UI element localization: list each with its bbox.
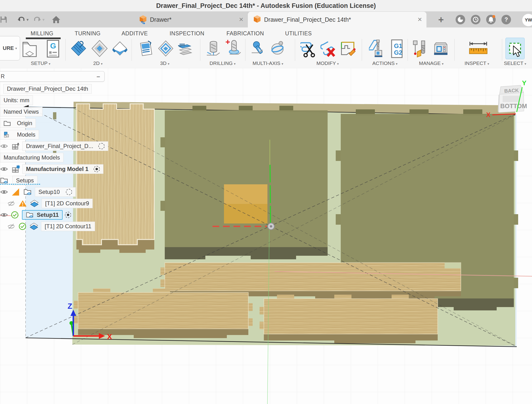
notifications-bell-icon[interactable] [486,15,496,24]
3d-viewport-canvas[interactable]: Z X BACK BOTTOM X Y [0,68,532,404]
svg-text:G: G [50,42,56,50]
tree-item-setup11[interactable]: Setup11 [0,210,71,220]
trim-toolpath-icon[interactable] [300,38,317,59]
svg-text:+: + [225,38,230,46]
window-title: Drawer_Final_Project_Dec 14th* - Autodes… [156,2,376,10]
extensions-icon[interactable] [456,15,465,24]
home-icon[interactable] [51,14,62,25]
group-divider [362,39,362,61]
tab-milling[interactable]: MILLING [31,30,53,37]
title-bar: Drawer_Final_Project_Dec 14th* - Autodes… [0,0,532,12]
tree-item-models[interactable]: Models [0,130,39,139]
multiaxis-swarf-icon[interactable] [269,38,285,59]
warning-icon [19,200,27,207]
2d-pocket-icon[interactable] [91,38,108,59]
setups-folder-icon [0,177,9,184]
component-anchor-icon [12,142,20,150]
collapse-browser-icon[interactable]: – [97,73,100,80]
tree-item-named-views[interactable]: Named Views [0,107,43,117]
tab-additive[interactable]: ADDITIVE [121,30,148,37]
in-process-triangle-icon [12,188,19,196]
radio-unselected[interactable] [98,143,105,149]
selected-tree-item[interactable]: Setup11 [22,210,63,220]
eye-hidden-icon[interactable] [7,200,15,207]
tree-item-document[interactable]: Drawer_Final_Project_Dec 14th [3,84,92,94]
setup-icon [26,211,34,219]
eye-visible-icon[interactable] [0,143,8,149]
2d-adaptive-icon[interactable] [70,38,87,59]
tool-library-icon[interactable] [412,38,428,59]
workspace-selector[interactable]: URE ▾ [0,36,20,60]
save-icon[interactable] [0,14,9,25]
group-label-select[interactable]: SELECT▾ [504,60,526,66]
3d-pocket-clearing-icon[interactable] [158,38,174,59]
tab-drawer[interactable]: Drawer* ✕ [134,12,248,27]
tab-drawer-final-project[interactable]: Drawer_Final_Project_Dec 14th* ✕ [248,12,426,27]
plank-wood-bottom-right[interactable] [260,295,438,343]
close-tab-icon[interactable]: ✕ [234,16,248,23]
redo-icon[interactable] [32,14,43,25]
tree-item-manufacturing-model-1[interactable]: Manufacturing Model 1 [0,164,103,174]
z-axis-label: Z [68,302,72,310]
help-icon[interactable]: ? [501,15,511,24]
measure-icon[interactable] [468,38,489,59]
mouse-cursor [513,45,523,58]
tree-item-2d-contour9[interactable]: [T1] 2D Contour9 [7,199,93,208]
selected-face-orange[interactable] [224,184,267,223]
new-tab-button[interactable]: + [436,14,447,25]
eye-hidden-icon[interactable] [7,223,15,230]
undo-dropdown-icon[interactable]: ▼ [26,18,29,22]
eye-visible-icon[interactable] [0,189,8,195]
3d-flat-icon[interactable] [177,38,193,59]
drill-icon[interactable] [205,38,222,59]
viewcube-bottom-face[interactable]: BOTTOM [500,102,527,110]
gcode-g1g2-icon[interactable]: G1G2 [389,38,405,59]
tree-item-manufacturing-models[interactable]: Manufacturing Models [0,153,63,162]
group-label-multiaxis[interactable]: MULTI-AXIS▾ [253,60,283,66]
tab-fabrication[interactable]: FABRICATION [226,30,264,37]
viewcube-back-face[interactable]: BACK [504,87,519,94]
2d-face-icon[interactable] [112,38,128,59]
group-label-drilling[interactable]: DRILLING▾ [210,60,236,66]
group-label-modify[interactable]: MODIFY▾ [316,60,339,66]
tree-item-origin[interactable]: Origin [0,118,36,128]
machine-library-icon[interactable] [433,38,449,59]
tab-inspection[interactable]: INSPECTION [170,30,204,37]
tree-item-setup10[interactable]: Setup10 [0,187,76,197]
generate-gcode-document-icon[interactable]: G [45,38,61,59]
multiaxis-flow-icon[interactable] [250,38,266,59]
job-status-clock-icon[interactable] [471,15,481,24]
tree-item-units[interactable]: Units: mm [0,95,33,105]
group-label-inspect[interactable]: INSPECT▾ [464,60,489,66]
group-label-manage[interactable]: MANAGE▾ [419,60,443,66]
eye-visible-icon[interactable] [0,166,8,172]
panel-olive-center[interactable] [160,106,328,259]
delete-toolpath-icon[interactable] [320,38,337,59]
group-label-2d[interactable]: 2D▾ [93,60,103,66]
post-process-icon[interactable] [369,38,385,59]
drill-cycle-plus-icon[interactable]: + [225,38,241,59]
group-divider [295,39,295,61]
new-setup-icon[interactable] [21,38,38,59]
radio-selected[interactable] [94,166,100,172]
eye-visible-icon[interactable] [0,212,8,218]
origin-gizmo[interactable] [268,223,274,230]
group-divider [132,39,132,61]
group-label-setup[interactable]: SETUP▾ [31,60,50,66]
user-avatar[interactable]: YW [522,14,532,26]
3d-adaptive-icon[interactable] [138,38,154,59]
undo-icon[interactable] [16,14,27,25]
tree-item-2d-contour11[interactable]: [T1] 2D Contour11 [7,221,95,231]
tree-item-model-document[interactable]: Drawer_Final_Project_D... [0,141,108,151]
plank-wood-bottom-left[interactable] [74,288,253,338]
group-label-3d[interactable]: 3D▾ [160,60,170,66]
tab-utilities[interactable]: UTILITIES [285,30,312,37]
group-label-actions[interactable]: ACTIONS▾ [372,60,397,66]
radio-selected[interactable] [65,212,71,218]
tab-turning[interactable]: TURNING [75,30,101,37]
edit-boundary-icon[interactable] [340,38,356,59]
browser-header[interactable]: R – [0,71,105,82]
close-tab-icon[interactable]: ✕ [413,16,426,23]
viewcube-x-label: X [486,111,490,118]
radio-unselected[interactable] [66,189,72,195]
